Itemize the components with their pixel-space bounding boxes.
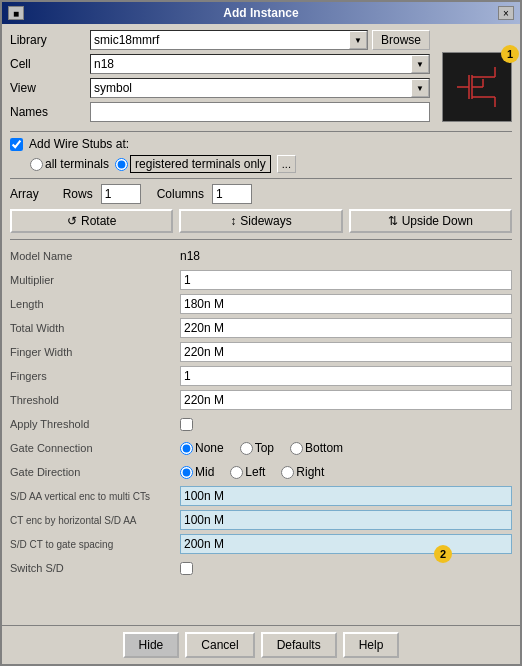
gate-direction-options: Mid Left Right xyxy=(180,465,332,479)
names-input[interactable] xyxy=(90,102,430,122)
close-button[interactable]: × xyxy=(498,6,514,20)
view-label: View xyxy=(10,81,90,95)
prop-gate-connection: Gate Connection None Top Bottom xyxy=(10,437,512,459)
preview-box: 1 xyxy=(442,52,512,122)
sideways-icon: ↕ xyxy=(230,214,236,228)
rotate-button[interactable]: ↺ Rotate xyxy=(10,209,173,233)
ellipsis-button[interactable]: ... xyxy=(277,155,296,173)
total-width-input[interactable] xyxy=(180,318,512,338)
prop-threshold: Threshold xyxy=(10,389,512,411)
sd-ct-gate-input[interactable] xyxy=(180,534,512,554)
action-buttons-row: ↺ Rotate ↕ Sideways ⇅ Upside Down xyxy=(10,209,512,233)
names-label: Names xyxy=(10,105,90,119)
switch-sd-checkbox[interactable] xyxy=(180,562,193,575)
wire-stubs-label: Add Wire Stubs at: xyxy=(29,137,129,151)
gate-left-option[interactable]: Left xyxy=(230,465,265,479)
array-label: Array xyxy=(10,187,39,201)
prop-total-width: Total Width xyxy=(10,317,512,339)
length-input[interactable] xyxy=(180,294,512,314)
view-select[interactable]: symbol xyxy=(90,78,430,98)
array-row: Array Rows Columns xyxy=(10,184,512,204)
annotation-1: 1 xyxy=(501,45,519,63)
gate-right-option[interactable]: Right xyxy=(281,465,324,479)
properties-section: Model Name n18 Multiplier Length Total W… xyxy=(10,245,512,579)
library-row: Library smic18mmrf ▼ Browse xyxy=(10,30,430,50)
apply-threshold-checkbox[interactable] xyxy=(180,418,193,431)
cell-select[interactable]: n18 xyxy=(90,54,430,74)
view-select-wrapper: symbol ▼ xyxy=(90,78,430,98)
ct-enc-input[interactable] xyxy=(180,510,512,530)
columns-label: Columns xyxy=(157,187,204,201)
gate-mid-option[interactable]: Mid xyxy=(180,465,214,479)
library-select[interactable]: smic18mmrf xyxy=(90,30,368,50)
prop-gate-direction: Gate Direction Mid Left Right xyxy=(10,461,512,483)
wire-stubs-checkbox[interactable] xyxy=(10,138,23,151)
threshold-input[interactable] xyxy=(180,390,512,410)
sd-aa-vertical-input[interactable] xyxy=(180,486,512,506)
names-row: Names xyxy=(10,102,430,122)
cell-row: Cell n18 ▼ xyxy=(10,54,430,74)
library-select-wrapper: smic18mmrf ▼ xyxy=(90,30,368,50)
upside-down-icon: ⇅ xyxy=(388,214,398,228)
upside-down-button[interactable]: ⇅ Upside Down xyxy=(349,209,512,233)
prop-multiplier: Multiplier xyxy=(10,269,512,291)
separator-1 xyxy=(10,131,512,132)
all-terminals-option[interactable]: all terminals xyxy=(30,157,109,171)
preview-symbol xyxy=(447,57,507,117)
prop-sd-aa-vertical: S/D AA vertical enc to multi CTs xyxy=(10,485,512,507)
prop-fingers: Fingers xyxy=(10,365,512,387)
multiplier-input[interactable] xyxy=(180,270,512,290)
rotate-icon: ↺ xyxy=(67,214,77,228)
top-section: Library smic18mmrf ▼ Browse Cell n18 xyxy=(10,30,512,126)
finger-width-input[interactable] xyxy=(180,342,512,362)
cell-select-wrapper: n18 ▼ xyxy=(90,54,430,74)
help-button[interactable]: Help xyxy=(343,632,400,658)
cell-label: Cell xyxy=(10,57,90,71)
window-title: Add Instance xyxy=(24,6,498,20)
registered-terminals-option[interactable]: registered terminals only xyxy=(115,155,271,173)
prop-apply-threshold: Apply Threshold xyxy=(10,413,512,435)
wire-stubs-row: Add Wire Stubs at: xyxy=(10,137,512,151)
title-bar: ■ Add Instance × xyxy=(2,2,520,24)
gate-none-option[interactable]: None xyxy=(180,441,224,455)
top-form: Library smic18mmrf ▼ Browse Cell n18 xyxy=(10,30,430,126)
defaults-button[interactable]: Defaults xyxy=(261,632,337,658)
sideways-button[interactable]: ↕ Sideways xyxy=(179,209,342,233)
prop-length: Length xyxy=(10,293,512,315)
hide-button[interactable]: Hide xyxy=(123,632,180,658)
rows-input[interactable] xyxy=(101,184,141,204)
gate-connection-options: None Top Bottom xyxy=(180,441,351,455)
gate-bottom-option[interactable]: Bottom xyxy=(290,441,343,455)
annotation-2: 2 xyxy=(434,545,452,563)
columns-input[interactable] xyxy=(212,184,252,204)
separator-2 xyxy=(10,178,512,179)
footer: Hide Cancel Defaults Help xyxy=(2,625,520,664)
prop-sd-ct-gate: S/D CT to gate spacing 2 xyxy=(10,533,512,555)
window-icon[interactable]: ■ xyxy=(8,6,24,20)
preview-container: 1 xyxy=(436,52,512,122)
library-label: Library xyxy=(10,33,90,47)
cancel-button[interactable]: Cancel xyxy=(185,632,254,658)
prop-ct-enc: CT enc by horizontal S/D AA xyxy=(10,509,512,531)
wire-stubs-options: all terminals registered terminals only … xyxy=(30,155,512,173)
view-row: View symbol ▼ xyxy=(10,78,430,98)
add-instance-window: ■ Add Instance × Library smic18mmrf ▼ Br… xyxy=(0,0,522,666)
browse-button[interactable]: Browse xyxy=(372,30,430,50)
prop-finger-width: Finger Width xyxy=(10,341,512,363)
content-area: Library smic18mmrf ▼ Browse Cell n18 xyxy=(2,24,520,625)
prop-model-name: Model Name n18 xyxy=(10,245,512,267)
gate-top-option[interactable]: Top xyxy=(240,441,274,455)
rows-label: Rows xyxy=(63,187,93,201)
separator-3 xyxy=(10,239,512,240)
fingers-input[interactable] xyxy=(180,366,512,386)
